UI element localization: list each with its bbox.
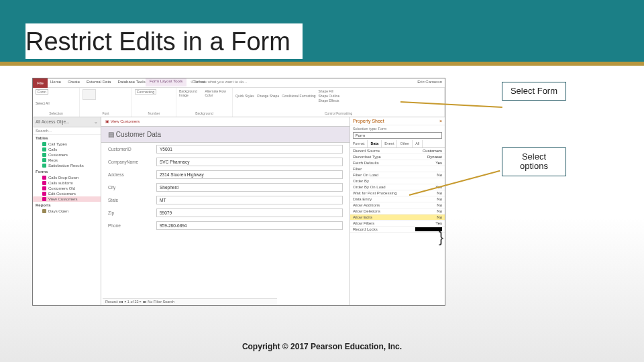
nav-search[interactable]: Search...	[33, 127, 101, 135]
tell-me[interactable]: ♀ Tell me what you want to do...	[190, 80, 247, 84]
table-icon	[42, 142, 46, 146]
form-icon	[42, 176, 46, 180]
ptab-other[interactable]: Other	[397, 140, 413, 147]
nav-form-edit-customers[interactable]: Edit Customers	[33, 191, 101, 196]
field-zip: Zip59079	[101, 206, 350, 219]
workspace: All Access Obje...⌄ Search... Tables Cal…	[33, 117, 445, 305]
shape-fill-button[interactable]: Shape Fill	[318, 89, 339, 93]
prop-allow-additions[interactable]: Allow AdditionsNo	[350, 202, 445, 208]
input-address[interactable]: 2314 Stooren Highway	[156, 170, 343, 179]
form-icon	[42, 197, 46, 201]
shape-outline-button[interactable]: Shape Outline	[318, 94, 339, 98]
prop-filter-on-load[interactable]: Filter On LoadNo	[350, 172, 445, 178]
select-all-button[interactable]: Select All	[36, 101, 76, 105]
font-controls[interactable]	[83, 89, 96, 100]
shape-effects-button[interactable]: Shape Effects	[318, 99, 339, 103]
callout-select-options: Select options	[502, 147, 566, 176]
stage: File Home Create External Data Database …	[0, 66, 644, 320]
prop-record-locks[interactable]: Record Locks	[350, 227, 445, 233]
property-sheet: Property Sheet × Selection type: Form Fo…	[350, 117, 445, 305]
ribbon-group-font: Font	[80, 88, 132, 117]
prop-record-source[interactable]: Record SourceCustomers	[350, 148, 445, 154]
tab-home[interactable]: Home	[50, 80, 61, 84]
ribbon-group-selection: Form Select All Selection	[33, 88, 80, 117]
input-customerid[interactable]: Y5001	[156, 145, 343, 154]
field-city: CityShepherd	[101, 181, 350, 194]
input-zip[interactable]: 59079	[156, 208, 343, 217]
record-navigator[interactable]: Record: ⏮ ◀ 1 of 22 ▶ ⏭ No Filter Search	[103, 298, 277, 304]
alt-row-color-button[interactable]: Alternate Row Color	[205, 89, 229, 97]
form-header: ▤ Customer Data	[101, 127, 350, 143]
input-city[interactable]: Shepherd	[156, 183, 343, 192]
brace-icon: }	[439, 229, 443, 246]
signed-in-user: Eric Cameron	[417, 80, 442, 84]
input-companyname[interactable]: SVC Pharmacy	[156, 158, 343, 166]
chevron-down-icon[interactable]: ⌄	[94, 119, 98, 125]
callout-select-form: Select Form	[502, 82, 566, 101]
prop-filter[interactable]: Filter	[350, 166, 445, 172]
input-phone[interactable]: 959-280-6894	[156, 221, 343, 230]
form-icon	[42, 186, 46, 190]
form-area: ▣ View Customers ▤ Customer Data Custome…	[101, 117, 350, 305]
prop-recordset-type[interactable]: Recordset TypeDynaset	[350, 154, 445, 160]
ptab-format[interactable]: Format	[350, 140, 368, 147]
field-address: Address2314 Stooren Highway	[101, 168, 350, 181]
nav-table-customers[interactable]: Customers	[33, 152, 101, 158]
nav-table-reps[interactable]: Reps	[33, 158, 101, 163]
selection-combo[interactable]: Form	[36, 89, 48, 95]
nav-table-calltypes[interactable]: Call Types	[33, 141, 101, 147]
nav-form-calls-dropdown[interactable]: Calls Drop-Down	[33, 175, 101, 180]
nav-section-forms[interactable]: Forms	[33, 168, 101, 175]
nav-header[interactable]: All Access Obje...⌄	[33, 117, 101, 127]
slide-title: Restrict Edits in a Form	[25, 23, 303, 59]
prop-allow-deletions[interactable]: Allow DeletionsNo	[350, 208, 445, 215]
property-sheet-subtitle: Selection type: Form	[350, 125, 445, 132]
nav-table-satisfaction[interactable]: Satisfaction Results	[33, 163, 101, 168]
nav-form-view-customers[interactable]: View Customers	[33, 196, 101, 202]
copyright-footer: Copyright © 2017 Pearson Education, Inc.	[0, 342, 644, 351]
nav-table-calls[interactable]: Calls	[33, 147, 101, 152]
table-icon	[42, 147, 46, 152]
file-tab[interactable]: File	[33, 78, 48, 88]
form-tab[interactable]: ▣ View Customers	[101, 117, 350, 127]
form-icon	[42, 192, 46, 196]
ptab-data[interactable]: Data	[368, 140, 382, 147]
ribbon-group-number: Formatting Number	[132, 88, 176, 117]
nav-form-calls-subform[interactable]: Calls subform	[33, 180, 101, 186]
tab-dbtools[interactable]: Database Tools	[117, 80, 145, 84]
change-shape-button[interactable]: Change Shape	[257, 94, 279, 98]
input-state[interactable]: MT	[156, 196, 343, 204]
background-image-button[interactable]: Background Image	[179, 89, 202, 97]
close-icon[interactable]: ×	[439, 119, 442, 123]
ptab-event[interactable]: Event	[382, 140, 397, 147]
context-tab-label: Form Layout Tools	[146, 78, 186, 86]
property-sheet-header: Property Sheet ×	[350, 117, 445, 125]
prop-wait-post[interactable]: Wait for Post ProcessingNo	[350, 190, 445, 196]
table-icon	[42, 164, 46, 168]
report-icon	[42, 209, 46, 213]
access-screenshot: File Home Create External Data Database …	[32, 78, 445, 306]
number-format-combo[interactable]: Formatting	[135, 89, 156, 95]
nav-section-tables[interactable]: Tables	[33, 135, 101, 141]
quick-styles-button[interactable]: Quick Styles	[235, 94, 254, 98]
field-phone: Phone959-280-6894	[101, 219, 350, 232]
field-customerid: CustomerIDY5001	[101, 143, 350, 156]
nav-section-reports[interactable]: Reports	[33, 202, 101, 208]
tab-external[interactable]: External Data	[87, 80, 111, 84]
ribbon-tabstrip: File Home Create External Data Database …	[33, 78, 445, 88]
ribbon-body: Form Select All Selection Font Formattin…	[33, 88, 445, 117]
conditional-formatting-button[interactable]: Conditional Formatting	[282, 94, 315, 98]
tab-create[interactable]: Create	[68, 80, 80, 84]
prop-fetch-defaults[interactable]: Fetch DefaultsYes	[350, 160, 445, 166]
prop-order-by[interactable]: Order By	[350, 178, 445, 184]
navigation-pane: All Access Obje...⌄ Search... Tables Cal…	[33, 117, 101, 305]
title-bar: Restrict Edits in a Form	[0, 0, 644, 62]
ptab-all[interactable]: All	[413, 140, 423, 147]
prop-allow-edits[interactable]: Allow EditsNo	[350, 215, 445, 221]
nav-report-days-open[interactable]: Days Open	[33, 208, 101, 214]
prop-data-entry[interactable]: Data EntryNo	[350, 196, 445, 202]
document-area: ▣ View Customers ▤ Customer Data Custome…	[101, 117, 445, 305]
property-sheet-selector[interactable]: Form	[353, 132, 442, 139]
nav-form-customers-old[interactable]: Customers Old	[33, 186, 101, 191]
prop-allow-filters[interactable]: Allow FiltersYes	[350, 221, 445, 227]
